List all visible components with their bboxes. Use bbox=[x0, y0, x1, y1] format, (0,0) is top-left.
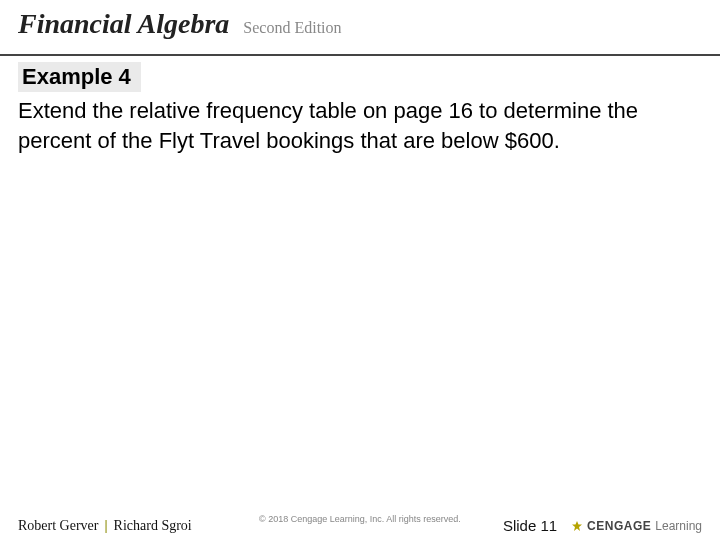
svg-marker-0 bbox=[572, 521, 582, 531]
author-2: Richard Sgroi bbox=[114, 518, 192, 534]
author-1: Robert Gerver bbox=[18, 518, 98, 534]
publisher-name-b: Learning bbox=[655, 519, 702, 533]
slide-footer: Robert Gerver | Richard Sgroi © 2018 Cen… bbox=[0, 517, 720, 534]
slide-header: Financial Algebra Second Edition bbox=[0, 0, 720, 56]
example-label: Example 4 bbox=[18, 62, 141, 92]
book-title: Financial Algebra bbox=[18, 8, 229, 40]
example-text: Extend the relative frequency table on p… bbox=[18, 96, 702, 155]
publisher-name-a: CENGAGE bbox=[587, 519, 651, 533]
authors: Robert Gerver | Richard Sgroi bbox=[18, 518, 192, 534]
slide-number: Slide 11 bbox=[503, 517, 557, 534]
book-edition: Second Edition bbox=[243, 19, 341, 37]
publisher-logo: CENGAGE Learning bbox=[571, 519, 702, 533]
footer-right: Slide 11 CENGAGE Learning bbox=[503, 517, 702, 534]
copyright-text: © 2018 Cengage Learning, Inc. All rights… bbox=[259, 514, 461, 524]
star-icon bbox=[571, 520, 583, 532]
slide-content: Example 4 Extend the relative frequency … bbox=[0, 56, 720, 161]
author-separator: | bbox=[104, 518, 107, 534]
